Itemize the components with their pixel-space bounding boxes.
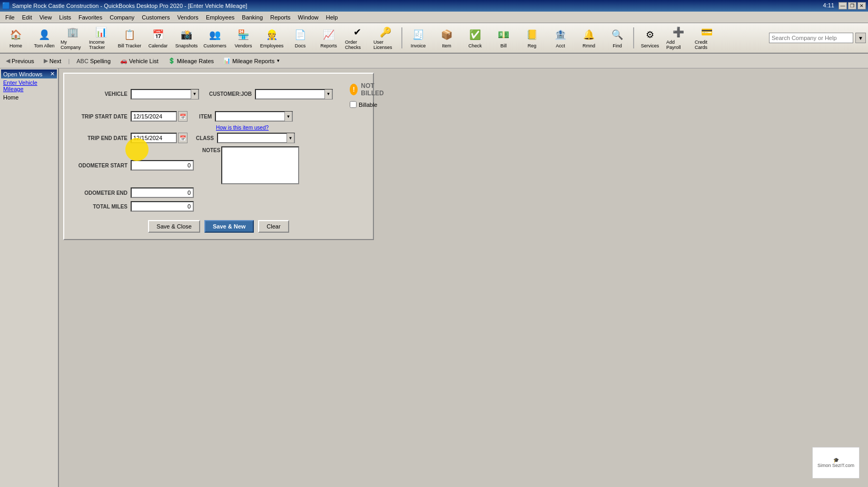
- vehicle-input[interactable]: [132, 90, 191, 99]
- menu-lists[interactable]: Lists: [56, 13, 74, 22]
- toolbar-employees[interactable]: 👷 Employees: [258, 24, 285, 52]
- open-windows-item-home[interactable]: Home: [1, 93, 57, 102]
- trip-end-date-row: TRIP END DATE 📅 CLASS ▼: [73, 133, 364, 143]
- reg-icon: 📒: [525, 27, 539, 42]
- menu-window[interactable]: Window: [295, 13, 322, 22]
- toolbar-reg[interactable]: 📒 Reg: [518, 24, 546, 52]
- search-button[interactable]: ▼: [855, 33, 866, 43]
- open-windows-item-enter-vehicle-mileage[interactable]: Enter Vehicle Mileage: [1, 78, 57, 93]
- close-button[interactable]: ✕: [857, 2, 866, 9]
- toolbar-tom-allen[interactable]: 👤 Tom Allen: [31, 24, 58, 52]
- menu-employees[interactable]: Employees: [203, 13, 238, 22]
- minimize-button[interactable]: —: [839, 2, 847, 9]
- spelling-button[interactable]: ABC Spelling: [73, 56, 114, 66]
- save-new-button[interactable]: Save & New: [204, 220, 254, 233]
- acct-icon: 🏦: [553, 27, 568, 42]
- toolbar-credit-cards[interactable]: 💳 Credit Cards: [693, 24, 721, 52]
- toolbar-income-tracker[interactable]: 📊 Income Tracker: [87, 24, 115, 52]
- odometer-end-row: ODOMETER END: [73, 187, 364, 198]
- toolbar-acct[interactable]: 🏦 Acct: [547, 24, 574, 52]
- home-icon: 🏠: [8, 27, 23, 42]
- save-close-button[interactable]: Save & Close: [148, 220, 200, 233]
- menu-edit[interactable]: Edit: [19, 13, 35, 22]
- docs-icon: 📄: [293, 27, 308, 42]
- odometer-start-input[interactable]: [131, 160, 194, 171]
- restore-button[interactable]: ❐: [848, 2, 856, 9]
- toolbar-docs[interactable]: 📄 Docs: [287, 24, 314, 52]
- item-dropdown-arrow[interactable]: ▼: [284, 112, 292, 121]
- toolbar-bill-tracker[interactable]: 📋 Bill Tracker: [116, 24, 143, 52]
- reports-icon: 📈: [321, 27, 336, 42]
- vehicle-label: VEHICLE: [73, 91, 131, 97]
- how-is-item-used-link[interactable]: How is this item used?: [216, 125, 269, 131]
- menu-favorites[interactable]: Favorites: [75, 13, 105, 22]
- toolbar-bill[interactable]: 💵 Bill: [490, 24, 517, 52]
- open-windows-close-button[interactable]: ✕: [50, 71, 55, 77]
- not-billed-text: NOT BILLED: [361, 82, 387, 97]
- customer-job-dropdown-arrow[interactable]: ▼: [324, 90, 332, 99]
- trip-end-date-input[interactable]: [131, 133, 177, 143]
- toolbar-order-checks[interactable]: ✔ Order Checks: [343, 24, 371, 52]
- trip-start-date-input[interactable]: [131, 111, 177, 122]
- notes-label: NOTES: [202, 147, 221, 153]
- menu-help[interactable]: Help: [323, 13, 341, 22]
- menu-file[interactable]: File: [2, 13, 18, 22]
- toolbar-item[interactable]: 📦 Item: [433, 24, 460, 52]
- mileage-rates-icon: 💲: [168, 57, 175, 64]
- search-input[interactable]: [769, 33, 853, 43]
- toolbar-check[interactable]: ✅ Check: [461, 24, 489, 52]
- trip-start-date-label: TRIP START DATE: [73, 114, 131, 120]
- mileage-reports-button[interactable]: 📊 Mileage Reports ▼: [220, 56, 284, 66]
- total-miles-input[interactable]: [131, 201, 194, 212]
- class-input[interactable]: [218, 133, 287, 143]
- time-display: 4:11: [823, 2, 834, 9]
- toolbar-calendar[interactable]: 📅 Calendar: [144, 24, 172, 52]
- odometer-end-input[interactable]: [131, 187, 194, 198]
- title-bar-controls: 4:11 — ❐ ✕: [823, 2, 866, 9]
- toolbar-user-licenses[interactable]: 🔑 User Licenses: [372, 24, 399, 52]
- menu-vendors[interactable]: Vendors: [174, 13, 202, 22]
- vehicle-dropdown-arrow[interactable]: ▼: [191, 90, 198, 99]
- billable-checkbox[interactable]: [350, 101, 357, 108]
- menu-view[interactable]: View: [36, 13, 55, 22]
- toolbar-add-payroll[interactable]: ➕ Add Payroll: [665, 24, 692, 52]
- toolbar-customers[interactable]: 👥 Customers: [201, 24, 229, 52]
- menu-customers[interactable]: Customers: [139, 13, 173, 22]
- billable-label: Billable: [359, 102, 377, 108]
- buttons-row: Save & Close Save & New Clear: [73, 220, 364, 233]
- menu-company[interactable]: Company: [106, 13, 137, 22]
- previous-button[interactable]: ◀ Previous: [2, 56, 38, 66]
- vehicle-list-button[interactable]: 🚗 Vehicle List: [116, 56, 162, 66]
- toolbar-reports[interactable]: 📈 Reports: [315, 24, 342, 52]
- toolbar-rmnd[interactable]: 🔔 Rmnd: [575, 24, 603, 52]
- toolbar-find[interactable]: 🔍 Find: [604, 24, 631, 52]
- trip-start-date-calendar-button[interactable]: 📅: [178, 111, 188, 122]
- class-dropdown-arrow[interactable]: ▼: [287, 133, 294, 143]
- billable-row: Billable: [350, 101, 391, 108]
- menu-reports[interactable]: Reports: [267, 13, 294, 22]
- clear-button[interactable]: Clear: [258, 220, 289, 233]
- company-icon: 🏢: [65, 26, 80, 38]
- toolbar-my-company[interactable]: 🏢 My Company: [59, 24, 86, 52]
- next-button[interactable]: ▶ Next: [40, 56, 65, 66]
- menu-banking[interactable]: Banking: [239, 13, 266, 22]
- snapshots-icon: 📸: [179, 27, 194, 42]
- toolbar-snapshots[interactable]: 📸 Snapshots: [173, 24, 200, 52]
- bill-tracker-icon: 📋: [122, 27, 137, 42]
- open-windows-panel: Open Windows ✕ Enter Vehicle Mileage Hom…: [0, 68, 59, 487]
- trip-end-date-calendar-button[interactable]: 📅: [178, 133, 188, 143]
- customer-job-input[interactable]: [256, 90, 324, 99]
- mileage-rates-button[interactable]: 💲 Mileage Rates: [164, 56, 218, 66]
- toolbar-vendors[interactable]: 🏪 Vendors: [230, 24, 257, 52]
- title-bar-left: 🟦 Sample Rock Castle Construction - Quic…: [2, 2, 247, 9]
- toolbar-services[interactable]: ⚙ Services: [636, 24, 664, 52]
- mileage-reports-icon: 📊: [223, 57, 231, 64]
- item-input[interactable]: [216, 112, 284, 121]
- notes-textarea[interactable]: [221, 146, 299, 184]
- total-miles-row: TOTAL MILES: [73, 201, 364, 212]
- rmnd-icon: 🔔: [581, 27, 596, 42]
- toolbar-invoice[interactable]: 🧾 Invoice: [405, 24, 432, 52]
- toolbar-sep-2: [633, 27, 634, 48]
- search-area: ▼: [769, 33, 866, 43]
- toolbar-home[interactable]: 🏠 Home: [2, 24, 29, 52]
